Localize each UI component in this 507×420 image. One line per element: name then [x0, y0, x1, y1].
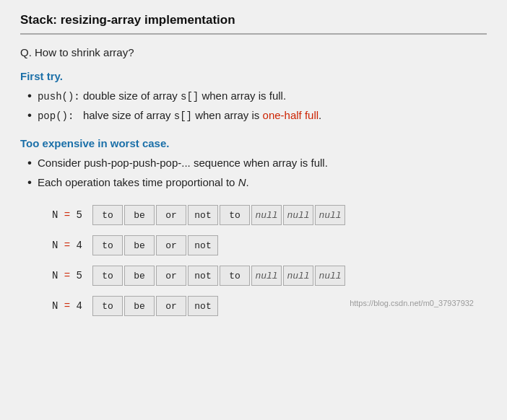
equals-sign: = [64, 270, 70, 281]
array-cell: null [251, 205, 282, 225]
italic-n: N [238, 176, 246, 188]
question-text: Q. How to shrink array? [20, 46, 487, 58]
item-text: push(): double size of array s[] when ar… [38, 88, 286, 105]
list-item: • Consider push-pop-push-pop-... sequenc… [27, 155, 487, 172]
array-cell: or [156, 205, 186, 225]
array-cell: or [156, 266, 186, 286]
array-cells: tobeornot [92, 235, 220, 255]
page-title: Stack: resizing-array implementation [20, 13, 487, 35]
list-item: • push(): double size of array s[] when … [27, 88, 487, 105]
item-text: Each operation takes time proportional t… [38, 175, 249, 191]
array-label: N = 5 [42, 209, 92, 221]
array-cell: be [124, 205, 155, 225]
array-cell: not [188, 205, 218, 225]
red-text: one-half full [263, 109, 319, 121]
array-row: N = 5tobeornottonullnullnull [42, 205, 487, 225]
list-item: • pop(): halve size of array s[] when ar… [27, 108, 487, 124]
too-expensive-list: • Consider push-pop-push-pop-... sequenc… [20, 155, 487, 191]
equals-sign: = [64, 300, 70, 312]
array-cell: to [92, 266, 123, 286]
array-label: N = 5 [42, 270, 92, 281]
array-cell: to [92, 205, 123, 225]
array-label: N = 4 [42, 240, 92, 251]
item-text: Consider push-pop-push-pop-... sequence … [38, 155, 328, 172]
too-expensive-section: Too expensive in worst case. • Consider … [20, 137, 487, 191]
watermark-text: https://blog.csdn.net/m0_37937932 [350, 299, 474, 307]
array-row: N = 4tobeornot [42, 235, 487, 255]
bullet-icon: • [27, 157, 32, 169]
array-cell: to [92, 296, 123, 316]
array-cell: be [124, 235, 155, 255]
code-push: push(): [38, 91, 80, 102]
code-pop: pop(): [38, 110, 74, 122]
array-cell: not [188, 235, 218, 255]
list-item: • Each operation takes time proportional… [27, 175, 487, 191]
array-cell: to [220, 205, 250, 225]
first-try-heading: First try. [20, 70, 487, 82]
array-cell: null [283, 266, 313, 286]
array-cells: tobeornottonullnullnull [92, 266, 347, 286]
bullet-icon: • [27, 176, 32, 188]
array-cell: be [124, 296, 155, 316]
array-cell: or [156, 235, 186, 255]
too-expensive-heading: Too expensive in worst case. [20, 137, 487, 149]
item-text: pop(): halve size of array s[] when arra… [38, 108, 321, 124]
array-cell: not [188, 296, 218, 316]
bullet-icon: • [27, 109, 32, 121]
array-row: N = 5tobeornottonullnullnull [42, 266, 487, 286]
array-cell: be [124, 266, 155, 286]
first-try-section: First try. • push(): double size of arra… [20, 70, 487, 124]
equals-sign: = [64, 240, 70, 251]
array-cell: null [315, 205, 345, 225]
array-cell: not [188, 266, 218, 286]
array-cell: to [92, 235, 123, 255]
array-cell: or [156, 296, 186, 316]
bullet-icon: • [27, 89, 32, 102]
array-cell: null [315, 266, 345, 286]
array-label: N = 4 [42, 300, 92, 312]
array-cell: to [220, 266, 250, 286]
array-cell: null [283, 205, 313, 225]
array-cell: null [251, 266, 282, 286]
first-try-list: • push(): double size of array s[] when … [20, 88, 487, 124]
equals-sign: = [64, 209, 70, 221]
array-cells: tobeornot [92, 296, 220, 316]
array-cells: tobeornottonullnullnull [92, 205, 347, 225]
